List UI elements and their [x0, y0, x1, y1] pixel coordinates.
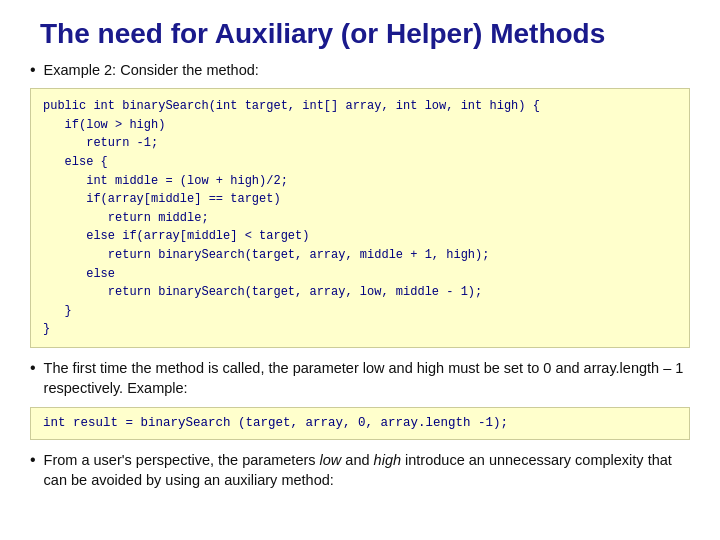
- bullet3-italic1: low: [320, 452, 342, 468]
- bullet-text-3: From a user's perspective, the parameter…: [44, 450, 690, 491]
- page-title: The need for Auxiliary (or Helper) Metho…: [30, 18, 690, 50]
- page: The need for Auxiliary (or Helper) Metho…: [0, 0, 720, 540]
- bullet-marker-1: •: [30, 61, 36, 79]
- code-block-main: public int binarySearch(int target, int[…: [30, 88, 690, 348]
- bullet-text-2: The first time the method is called, the…: [44, 358, 690, 399]
- bullet3-italic2: high: [374, 452, 401, 468]
- bullet3-text-middle: and: [341, 452, 373, 468]
- code-block-inline: int result = binarySearch (target, array…: [30, 407, 690, 440]
- bullet3-text-before: From a user's perspective, the parameter…: [44, 452, 320, 468]
- bullet-text-1: Example 2: Consider the method:: [44, 60, 259, 80]
- bullet-marker-2: •: [30, 359, 36, 377]
- bullet-item-1: • Example 2: Consider the method:: [30, 60, 690, 80]
- bullet-item-3: • From a user's perspective, the paramet…: [30, 450, 690, 491]
- bullet-item-2: • The first time the method is called, t…: [30, 358, 690, 399]
- bullet-marker-3: •: [30, 451, 36, 469]
